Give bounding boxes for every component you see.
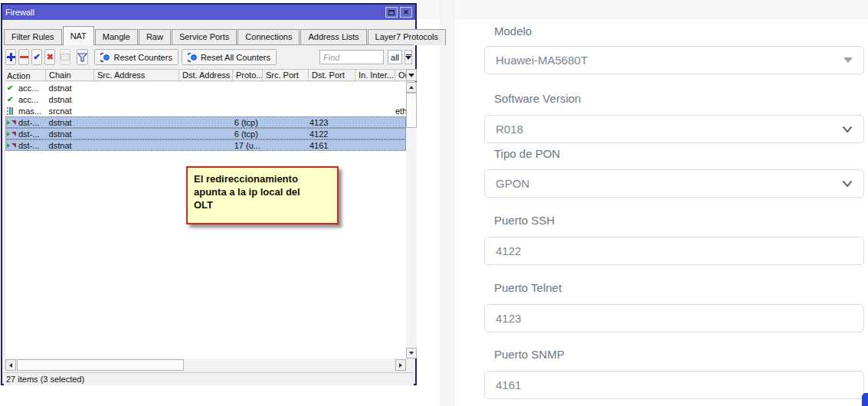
- scroll-right-button[interactable]: [395, 359, 406, 371]
- table-row-selected[interactable]: dst-... dstnat 6 (tcp) 4123: [5, 116, 406, 128]
- reset-counters-button[interactable]: Reset Counters: [94, 49, 178, 65]
- plus-icon: [7, 53, 15, 61]
- tab-bar: Filter Rules NAT Mangle Raw Service Port…: [4, 25, 414, 45]
- table-row[interactable]: ✔acc... dstnat: [5, 82, 406, 93]
- note-line: apunta a la ip local del: [194, 186, 331, 199]
- window-titlebar[interactable]: Firewall ✕: [2, 5, 415, 20]
- table-row-selected[interactable]: dst-... dstnat 6 (tcp) 4122: [5, 128, 406, 139]
- window-title: Firewall: [5, 8, 383, 17]
- tipo-de-pon-value: GPON: [496, 177, 842, 190]
- screen: Modelo Huawei-MA5680T Software Version R…: [0, 0, 868, 406]
- reset-counter-icon: [188, 53, 198, 62]
- triangle-down-icon: [408, 74, 414, 77]
- annotation-note: El redireccionamiento apunta a la ip loc…: [186, 166, 339, 224]
- field-label-modelo: Modelo: [494, 25, 532, 40]
- dst-nat-icon: [7, 141, 17, 149]
- minus-icon: [20, 56, 28, 58]
- reset-counters-label: Reset Counters: [113, 53, 172, 62]
- column-protocol[interactable]: Proto...: [233, 70, 263, 80]
- comment-button[interactable]: [60, 49, 70, 65]
- triangle-down-icon: [843, 57, 853, 63]
- field-label-puerto-ssh: Puerto SSH: [494, 214, 555, 229]
- column-chain[interactable]: Chain: [46, 70, 94, 80]
- add-button[interactable]: [5, 49, 16, 65]
- combo-bar: [406, 54, 411, 55]
- column-src-port[interactable]: Src. Port: [263, 70, 309, 80]
- arrow-left-icon: [9, 363, 12, 368]
- scroll-up-button[interactable]: [406, 82, 417, 93]
- vertical-scroll-thumb[interactable]: [406, 93, 417, 128]
- arrow-down-icon: [409, 352, 414, 355]
- note-line: El redireccionamiento: [194, 173, 331, 186]
- status-text: 27 items (3 selected): [6, 375, 84, 384]
- disable-button[interactable]: ✖: [44, 49, 55, 65]
- x-icon: ✖: [47, 52, 54, 62]
- table-row[interactable]: ✔acc... dstnat: [5, 93, 406, 105]
- reset-all-counters-button[interactable]: Reset All Counters: [182, 49, 277, 65]
- tab-address-lists[interactable]: Address Lists: [300, 29, 366, 45]
- field-label-tipo-de-pon: Tipo de PON: [494, 147, 560, 162]
- table-header: Action Chain Src. Address Dst. Address P…: [5, 69, 409, 81]
- tab-layer7-protocols[interactable]: Layer7 Protocols: [368, 29, 447, 45]
- modelo-value: Huawei-MA5680T: [496, 54, 843, 67]
- horizontal-scroll-thumb[interactable]: [17, 359, 184, 371]
- column-dst-address[interactable]: Dst. Address: [179, 70, 233, 80]
- close-button[interactable]: ✕: [400, 7, 412, 18]
- puerto-snmp-input[interactable]: [496, 378, 853, 391]
- reset-all-counters-label: Reset All Counters: [201, 53, 270, 62]
- blue-button-corner[interactable]: [862, 393, 868, 406]
- modelo-dropdown[interactable]: Huawei-MA5680T: [484, 46, 864, 74]
- page-top-band: [418, 0, 868, 19]
- status-bar: 27 items (3 selected): [4, 372, 414, 385]
- tab-raw[interactable]: Raw: [139, 29, 171, 45]
- dst-nat-icon: [7, 118, 17, 126]
- table-row-selected[interactable]: dst-... dstnat 17 (u... 4161: [5, 139, 406, 151]
- arrow-right-icon: [399, 363, 402, 368]
- column-dst-port[interactable]: Dst. Port: [309, 70, 355, 80]
- maximize-icon: [388, 10, 395, 15]
- reset-counter-icon: [100, 53, 110, 62]
- tipo-de-pon-select[interactable]: GPON: [484, 169, 864, 198]
- masquerade-icon: [7, 106, 17, 115]
- tab-mangle[interactable]: Mangle: [95, 29, 138, 45]
- puerto-telnet-input[interactable]: [496, 312, 853, 325]
- funnel-icon: [77, 53, 87, 62]
- tab-connections[interactable]: Connections: [237, 29, 300, 45]
- vertical-scrollbar[interactable]: [406, 82, 417, 359]
- tab-filter-rules[interactable]: Filter Rules: [4, 29, 62, 45]
- scroll-down-button[interactable]: [406, 348, 417, 359]
- table-row[interactable]: mas... srcnat eth: [5, 105, 406, 116]
- tab-nat[interactable]: NAT: [63, 26, 94, 45]
- page-scroll-gutter[interactable]: [440, 0, 455, 406]
- note-line: OLT: [194, 199, 331, 212]
- software-version-value: R018: [496, 123, 842, 136]
- field-label-puerto-snmp: Puerto SNMP: [494, 348, 565, 363]
- software-version-select[interactable]: R018: [484, 115, 864, 143]
- check-icon: ✔: [34, 52, 41, 62]
- comment-icon: [61, 54, 70, 61]
- remove-button[interactable]: [18, 49, 29, 65]
- field-label-puerto-telnet: Puerto Telnet: [494, 281, 562, 296]
- filter-scope-box[interactable]: all: [388, 50, 402, 64]
- puerto-snmp-field-box: [484, 371, 864, 399]
- find-input[interactable]: [319, 50, 384, 64]
- column-in-interface[interactable]: In. Inter...: [355, 70, 395, 80]
- chevron-down-icon: [842, 178, 853, 189]
- toolbar: ✔ ✖ Reset Counters Reset All Counters al…: [5, 48, 412, 66]
- puerto-ssh-input[interactable]: [496, 244, 853, 257]
- filter-scope-value: all: [391, 53, 399, 62]
- horizontal-scrollbar[interactable]: [5, 359, 406, 371]
- scroll-left-button[interactable]: [5, 359, 16, 371]
- column-src-address[interactable]: Src. Address: [94, 70, 179, 80]
- maximize-button[interactable]: [385, 7, 398, 18]
- filter-button[interactable]: [77, 49, 88, 65]
- enable-button[interactable]: ✔: [31, 49, 42, 65]
- tab-service-ports[interactable]: Service Ports: [172, 29, 237, 45]
- column-action[interactable]: Action: [5, 70, 46, 80]
- arrow-up-icon: [409, 86, 414, 89]
- filter-scope-dropdown-button[interactable]: [405, 50, 412, 64]
- puerto-telnet-field-box: [484, 304, 864, 332]
- chevron-down-icon: [842, 124, 853, 135]
- field-label-software-version: Software Version: [494, 92, 581, 107]
- column-selector-button[interactable]: [406, 69, 417, 81]
